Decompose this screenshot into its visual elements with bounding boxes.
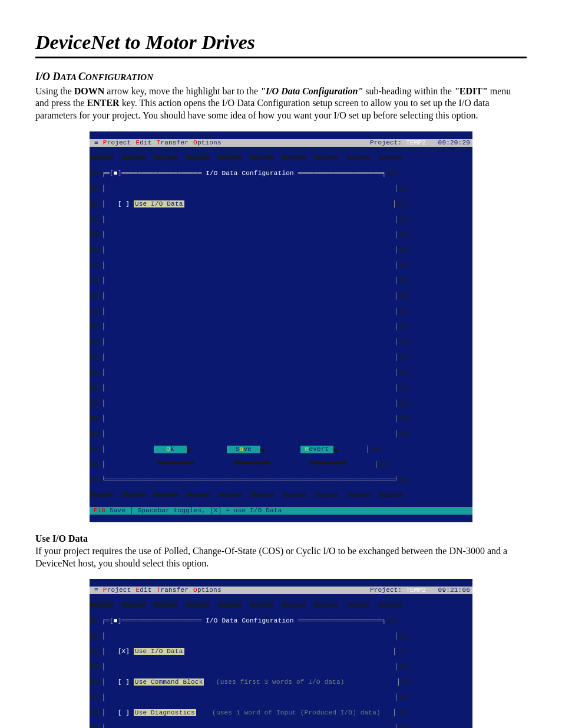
use-io-checkbox[interactable]: [X] (118, 648, 130, 655)
use-diag-label: Use Diagnostics (134, 709, 196, 716)
ok-button[interactable]: Ok (154, 446, 187, 453)
section-heading: I/O DATA CONFIGURATION (35, 70, 527, 84)
menu-project[interactable]: Project (101, 139, 134, 147)
clock: 09:21:06 (438, 587, 470, 594)
use-io-label: Use I/O Data (134, 648, 184, 655)
use-io-checkbox[interactable]: [ ] (118, 200, 130, 207)
intro-paragraph: Using the DOWN arrow key, move the highl… (35, 85, 527, 122)
menu-sys[interactable]: ≡ (92, 587, 101, 594)
menu-edit[interactable]: Edit (133, 587, 154, 594)
project-name: TEMP2 (406, 139, 426, 146)
menu-transfer[interactable]: Transfer (154, 587, 191, 594)
menu-bar: ≡ProjectEditTransferOptions Project: TEM… (90, 587, 472, 594)
menu-bar: ≡ProjectEditTransferOptions Project: TEM… (90, 139, 472, 147)
revert-button[interactable]: Revert (300, 446, 333, 453)
use-cmd-label: Use Command Block (134, 678, 204, 686)
terminal-screenshot-1: ≡ProjectEditTransferOptions Project: TEM… (90, 131, 472, 522)
sub-heading: Use I/O Data (35, 533, 527, 545)
menu-edit[interactable]: Edit (133, 139, 154, 147)
dialog-title: I/O Data Configuration (206, 170, 294, 177)
use-cmd-checkbox[interactable]: [ ] (118, 678, 130, 686)
status-bar: F10 Save │ Spacebar toggles, [X] = use I… (90, 507, 472, 515)
use-diag-checkbox[interactable]: [ ] (118, 709, 130, 716)
paragraph-2: If your project requires the use of Poll… (35, 545, 527, 570)
clock: 09:20:29 (438, 139, 470, 147)
menu-options[interactable]: Options (191, 139, 224, 147)
menu-transfer[interactable]: Transfer (154, 139, 191, 147)
page-title: DeviceNet to Motor Drives (35, 29, 527, 58)
use-io-label: Use I/O Data (134, 200, 184, 207)
terminal-screenshot-2: ≡ProjectEditTransferOptions Project: TEM… (90, 579, 472, 728)
menu-options[interactable]: Options (191, 587, 224, 594)
menu-project[interactable]: Project (101, 587, 134, 594)
menu-sys[interactable]: ≡ (92, 139, 101, 147)
save-button[interactable]: Save (227, 446, 260, 453)
